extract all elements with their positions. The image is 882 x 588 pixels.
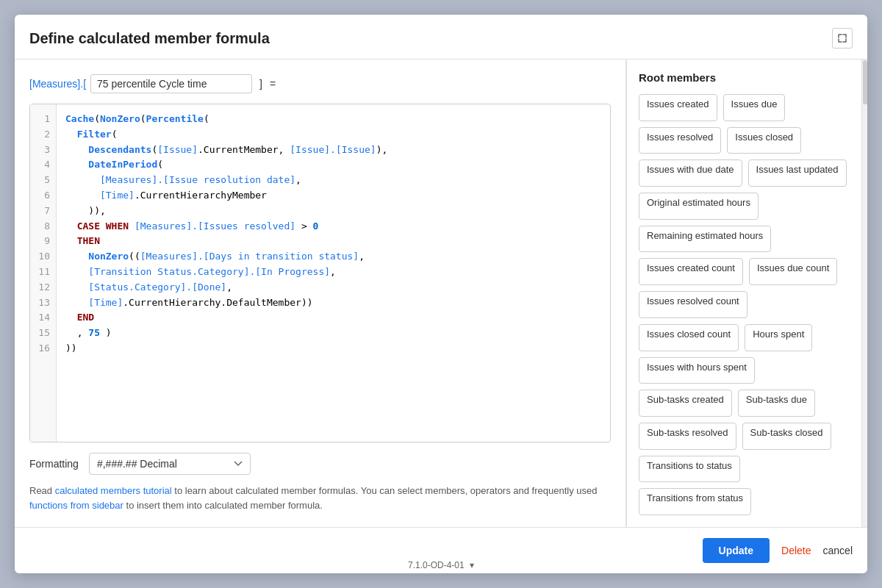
member-tag[interactable]: Sub-tasks resolved — [639, 423, 736, 450]
member-tag[interactable]: Remaining estimated hours — [639, 226, 771, 253]
info-middle: to learn about calculated member formula… — [172, 485, 598, 496]
sidebar: Root members Issues createdIssues dueIss… — [626, 60, 861, 527]
cancel-button[interactable]: cancel — [823, 545, 853, 556]
code-editor[interactable]: 123456 789101112 13141516 Cache(NonZero(… — [29, 104, 611, 442]
member-tag[interactable]: Original estimated hours — [639, 193, 759, 220]
tutorial-link[interactable]: calculated members tutorial — [55, 485, 172, 496]
dialog-header: Define calculated member formula — [15, 15, 867, 60]
formula-name-input[interactable] — [90, 74, 252, 93]
member-tag[interactable]: Sub-tasks closed — [742, 423, 831, 450]
code-content[interactable]: Cache(NonZero(Percentile( Filter( Descen… — [57, 104, 610, 442]
measures-prefix: [Measures].[ — [29, 78, 86, 90]
scrollbar-thumb[interactable] — [863, 60, 867, 104]
scrollbar-track[interactable] — [861, 60, 867, 527]
bracket-close: ] — [259, 78, 262, 90]
member-tag[interactable]: Transitions to status — [639, 456, 740, 483]
info-text: Read calculated members tutorial to lear… — [29, 484, 611, 512]
equals-sign: = — [270, 78, 276, 90]
member-tag[interactable]: Hours spent — [745, 324, 812, 351]
formatting-row: Formatting #,###.## Decimal #,### Intege… — [29, 453, 611, 475]
member-tag[interactable]: Issues due — [723, 94, 786, 121]
line-numbers: 123456 789101112 13141516 — [30, 104, 57, 442]
members-grid: Issues createdIssues dueIssues resolvedI… — [639, 94, 850, 515]
member-tag[interactable]: Sub-tasks created — [639, 390, 732, 417]
member-tag[interactable]: Issues resolved — [639, 127, 721, 154]
member-tag[interactable]: Issues closed count — [639, 324, 739, 351]
expand-icon[interactable] — [832, 28, 853, 49]
dialog-footer: Update Delete cancel — [15, 527, 867, 573]
member-tag[interactable]: Sub-tasks due — [738, 390, 815, 417]
functions-link[interactable]: functions from sidebar — [29, 500, 123, 511]
member-tag[interactable]: Issues with hours spent — [639, 357, 755, 384]
main-area: [Measures].[ ] = 123456 789101112 131415… — [15, 60, 625, 527]
info-suffix: to insert them into calculated member fo… — [123, 500, 323, 511]
member-tag[interactable]: Issues resolved count — [639, 291, 747, 318]
formatting-label: Formatting — [29, 458, 79, 470]
dialog-body: [Measures].[ ] = 123456 789101112 131415… — [15, 60, 867, 527]
member-tag[interactable]: Issues created — [639, 94, 717, 121]
dialog-title: Define calculated member formula — [29, 30, 270, 47]
sidebar-title: Root members — [639, 71, 850, 84]
member-tag[interactable]: Issues closed — [727, 127, 801, 154]
formula-name-row: [Measures].[ ] = — [29, 74, 611, 93]
formatting-select[interactable]: #,###.## Decimal #,### Integer #,###.## … — [89, 453, 251, 475]
member-tag[interactable]: Issues created count — [639, 258, 743, 285]
dialog: Define calculated member formula [Measur… — [15, 15, 867, 573]
info-prefix: Read — [29, 485, 55, 496]
update-button[interactable]: Update — [703, 538, 770, 563]
member-tag[interactable]: Issues last updated — [748, 159, 847, 187]
member-tag[interactable]: Issues due count — [749, 258, 837, 285]
member-tag[interactable]: Issues with due date — [639, 159, 742, 187]
delete-button[interactable]: Delete — [781, 545, 811, 556]
member-tag[interactable]: Transitions from status — [639, 488, 751, 515]
